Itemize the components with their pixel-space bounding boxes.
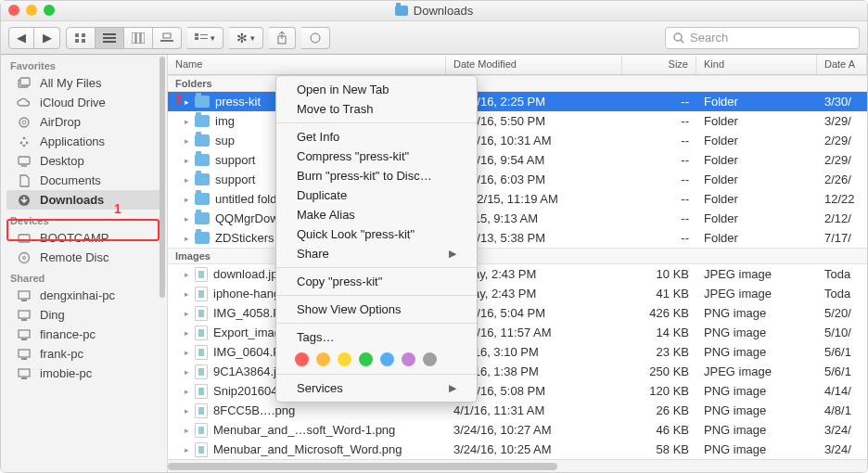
sidebar-item-label: finance-pc [40, 327, 96, 341]
file-kind: Folder [696, 134, 817, 147]
sidebar-item-dengxinhai-pc[interactable]: dengxinhai-pc [1, 286, 167, 305]
tag-color[interactable] [338, 352, 351, 366]
icon-view-button[interactable] [66, 27, 96, 49]
search-field[interactable]: Search [665, 27, 860, 49]
forward-button[interactable]: ▶ [34, 27, 60, 49]
tag-color[interactable] [295, 352, 309, 366]
menu-item[interactable]: Share▶ [276, 244, 477, 263]
file-kind: Folder [696, 192, 817, 206]
file-date-added: 5/6/1 [817, 364, 867, 378]
table-row[interactable]: ▸iphone-hangs.jpg Today, 2:43 PM 41 KB J… [168, 284, 867, 303]
col-name[interactable]: Name [168, 55, 446, 74]
file-name: support [215, 153, 255, 167]
zoom-icon[interactable] [44, 5, 55, 16]
sidebar-item-downloads[interactable]: Downloads [6, 190, 161, 210]
svg-point-28 [27, 239, 29, 241]
share-button[interactable] [269, 27, 296, 49]
sidebar-item-finance-pc[interactable]: finance-pc [1, 325, 167, 344]
table-row[interactable]: ▸QQMgrDownload 5/7/15, 9:13 AM -- Folder… [168, 209, 867, 228]
sidebar-item-frank-pc[interactable]: frank-pc [1, 344, 167, 364]
table-row[interactable]: ▸ZDStickers 7/17/13, 5:38 PM -- Folder 7… [168, 228, 867, 248]
menu-item[interactable]: Get Info [276, 127, 477, 147]
menu-item[interactable]: Tags… [276, 327, 477, 347]
col-date-added[interactable]: Date A [817, 55, 867, 74]
minimize-icon[interactable] [26, 5, 37, 16]
file-kind: PNG image [696, 326, 817, 339]
table-row[interactable]: ▸Menubar_and_…soft_Word-1.png 3/24/16, 1… [168, 420, 867, 440]
table-row[interactable]: ▸IMG_0604.PNG 5/6/16, 3:10 PM 23 KB PNG … [168, 342, 867, 362]
sidebar-item-imobie-pc[interactable]: imobie-pc [1, 364, 167, 383]
sidebar-item-bootcamp[interactable]: BOOTCAMP [1, 228, 167, 248]
col-date[interactable]: Date Modified [446, 55, 622, 74]
arrange-button[interactable]: ▾ [187, 27, 223, 49]
tag-color[interactable] [359, 352, 373, 366]
table-row[interactable]: ▸download.jpeg Today, 2:43 PM 10 KB JPEG… [168, 264, 867, 284]
menu-item[interactable]: Make Alias [276, 205, 477, 224]
sidebar-item-label: dengxinhai-pc [40, 288, 115, 302]
menu-item[interactable]: Copy "press-kit" [276, 272, 477, 291]
file-date-added: 2/29/ [817, 153, 867, 167]
action-button[interactable]: ✻▾ [229, 27, 263, 49]
tag-color[interactable] [316, 352, 330, 366]
pc-icon [16, 309, 32, 322]
tag-color[interactable] [380, 352, 394, 366]
list-view-button[interactable] [96, 27, 124, 49]
horizontal-scrollbar[interactable] [168, 459, 867, 472]
col-kind[interactable]: Kind [696, 55, 817, 74]
file-size: -- [622, 173, 696, 186]
file-size: -- [622, 114, 696, 128]
tag-color[interactable] [402, 352, 415, 366]
svg-line-19 [681, 40, 683, 43]
sidebar-item-all-my-files[interactable]: All My Files [1, 73, 167, 93]
table-row[interactable]: ▸support 3/16/16, 6:03 PM -- Folder 2/26… [168, 170, 867, 189]
sidebar-item-ding[interactable]: Ding [1, 305, 167, 325]
table-row[interactable]: ▸press-kit 3/30/16, 2:25 PM -- Folder 3/… [168, 92, 867, 111]
menu-item[interactable]: Open in New Tab [276, 80, 477, 99]
svg-rect-27 [19, 235, 30, 242]
table-row[interactable]: ▸8FCC5B….png 4/1/16, 11:31 AM 26 KB PNG … [168, 401, 867, 420]
menu-item[interactable]: Move to Trash [276, 99, 477, 119]
group-header: Images [168, 248, 867, 264]
file-size: -- [622, 211, 696, 225]
sidebar-item-remote-disc[interactable]: Remote Disc [1, 248, 167, 267]
menu-item[interactable]: Services▶ [276, 378, 477, 398]
table-row[interactable]: ▸untitled folder 12/22/15, 11:19 AM -- F… [168, 189, 867, 209]
table-row[interactable]: ▸9C1A3864.jpg 5/6/16, 1:38 PM 250 KB JPE… [168, 362, 867, 381]
tags-button[interactable] [301, 27, 330, 49]
sidebar-item-airdrop[interactable]: AirDrop [1, 112, 167, 132]
menu-item[interactable]: Show View Options [276, 300, 477, 319]
col-size[interactable]: Size [622, 55, 696, 74]
table-row[interactable]: ▸img 3/29/16, 5:50 PM -- Folder 3/29/ [168, 111, 867, 131]
table-row[interactable]: ▸Snip20160414_3.png 4/14/16, 5:08 PM 120… [168, 381, 867, 401]
sidebar-item-desktop[interactable]: Desktop [1, 151, 167, 171]
menu-item[interactable]: Duplicate [276, 185, 477, 205]
table-row[interactable]: ▸Menubar_and_Microsoft_Word.png 3/24/16,… [168, 440, 867, 459]
column-view-button[interactable] [124, 27, 153, 49]
table-row[interactable]: ▸support 3/24/16, 9:54 AM -- Folder 2/29… [168, 150, 867, 170]
sidebar-item-label: All My Files [40, 76, 101, 90]
file-date-added: 5/10/ [817, 326, 867, 339]
table-row[interactable]: ▸Export_image.png 5/10/16, 11:57 AM 14 K… [168, 323, 867, 342]
menu-item[interactable]: Compress "press-kit" [276, 147, 477, 166]
menu-item[interactable]: Burn "press-kit" to Disc… [276, 166, 477, 185]
table-row[interactable]: ▸sup 3/29/16, 10:31 AM -- Folder 2/29/ [168, 131, 867, 150]
coverflow-view-button[interactable] [153, 27, 182, 49]
file-date-added: 3/29/ [817, 114, 867, 128]
image-icon [195, 287, 208, 301]
back-button[interactable]: ◀ [8, 27, 34, 49]
svg-rect-2 [75, 39, 79, 43]
sidebar-item-applications[interactable]: Applications [1, 132, 167, 151]
sidebar-scrollbar[interactable] [160, 57, 165, 298]
desktop-icon [16, 155, 32, 168]
file-date-added: 7/17/ [817, 231, 867, 245]
table-row[interactable]: ▸IMG_4058.PNG 5/20/16, 5:04 PM 426 KB PN… [168, 303, 867, 323]
window-title: Downloads [414, 4, 473, 18]
sidebar-item-documents[interactable]: Documents [1, 171, 167, 190]
close-icon[interactable] [8, 5, 19, 16]
tag-color[interactable] [423, 352, 437, 366]
sidebar-item-icloud-drive[interactable]: iCloud Drive [1, 93, 167, 112]
svg-rect-12 [195, 33, 198, 36]
image-icon [195, 384, 208, 399]
menu-item[interactable]: Quick Look "press-kit" [276, 224, 477, 244]
file-date-added: 4/14/ [817, 384, 867, 398]
